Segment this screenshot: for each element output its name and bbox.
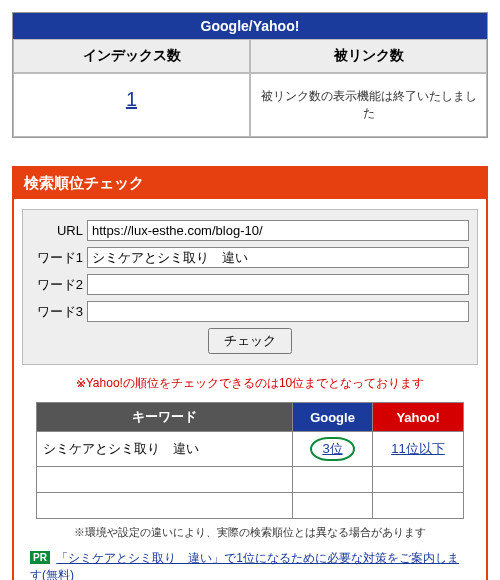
index-count-label: インデックス数	[13, 39, 250, 73]
pr-link[interactable]: 「シミケアとシミ取り 違い」で1位になるために必要な対策をご案内します(無料)	[30, 551, 459, 580]
yahoo-limit-note: ※Yahoo!の順位をチェックできるのは10位までとなっております	[22, 375, 478, 392]
top-header: Google/Yahoo!	[13, 13, 487, 39]
index-summary: Google/Yahoo! インデックス数 被リンク数 1 被リンク数の表示機能…	[12, 12, 488, 138]
result-yahoo: 11位以下	[372, 432, 464, 467]
index-count-link[interactable]: 1	[126, 88, 137, 110]
table-row	[36, 467, 464, 493]
google-rank-link[interactable]: 3位	[322, 441, 342, 456]
word3-input[interactable]	[87, 301, 469, 322]
word1-label: ワード1	[31, 249, 83, 267]
rank-check-title: 検索順位チェック	[14, 168, 486, 199]
word3-label: ワード3	[31, 303, 83, 321]
col-yahoo: Yahoo!	[372, 403, 464, 432]
environment-note: ※環境や設定の違いにより、実際の検索順位とは異なる場合があります	[22, 525, 478, 540]
rank-form: URL ワード1 ワード2 ワード3 チェック	[22, 209, 478, 365]
pr-badge: PR	[30, 551, 50, 564]
word1-input[interactable]	[87, 247, 469, 268]
table-row	[36, 493, 464, 519]
check-button[interactable]: チェック	[208, 328, 292, 354]
url-label: URL	[31, 223, 83, 238]
pr-row: PR 「シミケアとシミ取り 違い」で1位になるために必要な対策をご案内します(無…	[22, 550, 478, 580]
backlink-count-label: 被リンク数	[250, 39, 487, 73]
result-table: キーワード Google Yahoo! シミケアとシミ取り 違い 3位 11位以…	[36, 402, 465, 519]
index-count-cell: 1	[13, 73, 250, 137]
result-google: 3位	[293, 432, 373, 467]
word2-input[interactable]	[87, 274, 469, 295]
rank-check-panel: 検索順位チェック URL ワード1 ワード2 ワード3 チェック ※Y	[12, 166, 488, 580]
url-input[interactable]	[87, 220, 469, 241]
yahoo-rank-link[interactable]: 11位以下	[391, 441, 444, 456]
table-row: シミケアとシミ取り 違い 3位 11位以下	[36, 432, 464, 467]
backlink-message: 被リンク数の表示機能は終了いたしました	[250, 73, 487, 137]
col-google: Google	[293, 403, 373, 432]
result-keyword: シミケアとシミ取り 違い	[36, 432, 293, 467]
word2-label: ワード2	[31, 276, 83, 294]
col-keyword: キーワード	[36, 403, 293, 432]
